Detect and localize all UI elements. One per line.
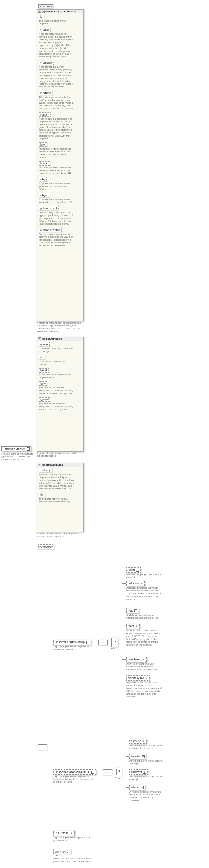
attribute-item: creatoruriIf the attribute is empty, spe… — [39, 61, 81, 88]
poidetails-desc: A group of properties specific to a poin… — [53, 836, 90, 842]
root-desc: Flexible point-of-interest data type for… — [1, 453, 34, 461]
attribute-name: xml:lang — [39, 468, 52, 472]
choice-indicator — [115, 768, 122, 777]
child-label: hierarchyInfo — [128, 676, 144, 680]
child-label: facet — [128, 624, 134, 628]
expand-icon[interactable]: + — [134, 609, 137, 613]
poidetails-node[interactable]: POIDetails + — [53, 831, 75, 836]
child-desc: A link to an item or a web resource whic… — [126, 662, 162, 671]
sequence-indicator — [38, 744, 47, 750]
attribute-name: creatoruri — [39, 61, 54, 65]
attribute-desc: The date (and, optionally, the time) whe… — [39, 96, 74, 110]
any-other-element: any ##other — [53, 849, 71, 854]
attribute-desc: Indicates by which means the value was e… — [39, 147, 74, 159]
attribute-item: howIndicates by which means the value wa… — [39, 143, 81, 159]
attribute-name: custom — [39, 113, 51, 117]
sequence-indicator — [103, 769, 112, 775]
child-label: remoteInfo — [128, 658, 141, 661]
expand-icon[interactable]: − — [92, 771, 95, 774]
child-desc: A natural language definition of the sem… — [126, 587, 162, 601]
attribute-name: whyuri — [39, 193, 50, 197]
attribute-desc: One or many constraints that apply to pu… — [39, 211, 74, 225]
attribute-desc: Specifies the language of this property … — [39, 473, 74, 490]
group-i18nattributes: ≡grp i18nAttributes xml:langSpecifies th… — [36, 463, 84, 532]
group-flexattributes: ≡grp flexAttributes qcodeA qualified cod… — [36, 337, 84, 452]
attribute-desc: A URI which identifies a concept. — [39, 360, 74, 366]
child-element-node[interactable]: remoteInfo+ — [126, 657, 147, 662]
occurrence-label: 0..∞ — [111, 647, 116, 650]
attribute-name: pubconstraint — [39, 206, 58, 211]
attribute-name: creator — [39, 28, 50, 32]
attribute-item: idThe local identifier of the property. — [39, 14, 81, 25]
cdg-desc: A group of properties required to define… — [53, 645, 90, 651]
attribute-desc: The directionality of textual content (e… — [39, 497, 74, 503]
expand-icon[interactable]: + — [145, 677, 148, 680]
expand-icon[interactable]: + — [70, 832, 73, 835]
child-element-node[interactable]: related+ — [129, 785, 145, 790]
attribute-item: customIf set to true the corresponding p… — [39, 113, 81, 140]
attribute-item: whyWhy the metadata has been included - … — [39, 177, 81, 191]
child-element-node[interactable]: narrower+ — [129, 769, 148, 775]
expand-icon[interactable]: + — [142, 658, 145, 661]
attribute-desc: If the attribute is empty, specifies whi… — [39, 65, 74, 88]
expand-icon[interactable]: + — [143, 771, 146, 774]
expand-icon[interactable]: + — [135, 625, 138, 628]
child-element-node[interactable]: note+ — [126, 608, 139, 613]
choice-indicator — [111, 638, 118, 647]
expand-icon[interactable]: + — [140, 786, 144, 789]
expand-icon[interactable]: − — [86, 641, 89, 644]
attribute-desc: A free-text value assigned as property v… — [39, 373, 74, 379]
conceptdefinitiongroup-node[interactable]: ConceptDefinitionGroup − — [53, 640, 91, 645]
expand-icon[interactable]: + — [136, 568, 139, 572]
attribute-item: literalA free-text value assigned as pro… — [39, 368, 81, 379]
group-caption-flex: A group of attributes associated with fl… — [36, 452, 80, 457]
attribute-item: uriA URI which identifies a concept. — [39, 355, 81, 366]
attribute-desc: If set to true the corresponding propert… — [39, 117, 74, 140]
attribute-desc: The local identifier of the property. — [39, 20, 74, 25]
attribute-name: why — [39, 177, 47, 181]
group-header: ≡grp commonPowerAttributes — [37, 9, 83, 13]
child-element-node[interactable]: definition+ — [126, 581, 145, 586]
group-header: ≡grp flexAttributes — [37, 337, 83, 341]
child-desc: In NAR 1.8 and later, facet is deprecate… — [126, 629, 162, 646]
attribute-desc: One or many constraints that apply to pu… — [39, 233, 74, 247]
attributes-header: ≡ attributes — [38, 4, 53, 8]
child-element-node[interactable]: facet+ — [126, 624, 140, 629]
crg-desc: A group of properties required to indica… — [53, 775, 94, 784]
attribute-item: typeThe type of the concept assigned as … — [39, 381, 81, 395]
attribute-desc: A qualified code which identifies a conc… — [39, 347, 74, 352]
sequence-indicator — [99, 640, 108, 645]
attribute-item: typeuriThe type of the concept assigned … — [39, 397, 81, 411]
child-desc: A related concept, where the relationshi… — [129, 790, 165, 802]
expand-icon[interactable]: − — [27, 447, 30, 451]
occurrence-label: 0..∞ — [115, 777, 120, 780]
any-other-attr: any ##other — [36, 545, 54, 550]
group-caption-i18n: A group of attributes for language and s… — [36, 532, 80, 538]
attribute-name: literal — [39, 368, 49, 373]
expand-icon[interactable]: + — [141, 755, 145, 758]
attribute-name: howuri — [39, 161, 50, 166]
root-type-node[interactable]: FlexPOIPropType − — [1, 446, 31, 452]
occurrence-label: 0..∞ — [56, 854, 61, 857]
attribute-name: id — [39, 14, 44, 19]
attribute-name: pubconstrainturi — [39, 228, 61, 232]
expand-icon[interactable]: + — [140, 582, 143, 585]
child-desc: An identifier of a more generic concept. — [129, 760, 165, 765]
child-element-node[interactable]: name+ — [126, 567, 140, 572]
child-element-node[interactable]: sameAs+ — [129, 739, 147, 744]
conceptrelationshipsgroup-node[interactable]: ConceptRelationshipsGroup − — [53, 769, 96, 775]
attribute-name: type — [39, 381, 47, 385]
expand-icon[interactable]: + — [142, 740, 145, 743]
child-label: related — [131, 786, 140, 789]
attribute-desc: The type of the concept assigned as cont… — [39, 386, 74, 395]
any-other-desc: Extension point for provider-defined pro… — [53, 857, 94, 863]
attribute-desc: Why the metadata has been included - exp… — [39, 198, 74, 204]
child-label: broader — [131, 755, 140, 758]
attribute-name: typeuri — [39, 397, 50, 402]
child-element-node[interactable]: hierarchyInfo+ — [126, 676, 150, 681]
attribute-item: pubconstrainturiOne or many constraints … — [39, 228, 81, 247]
attribute-name: uri — [39, 355, 45, 360]
attribute-item: howuriIndicates by which means the value… — [39, 161, 81, 175]
group-header: ≡grp i18nAttributes — [37, 463, 83, 467]
child-element-node[interactable]: broader+ — [129, 754, 146, 759]
